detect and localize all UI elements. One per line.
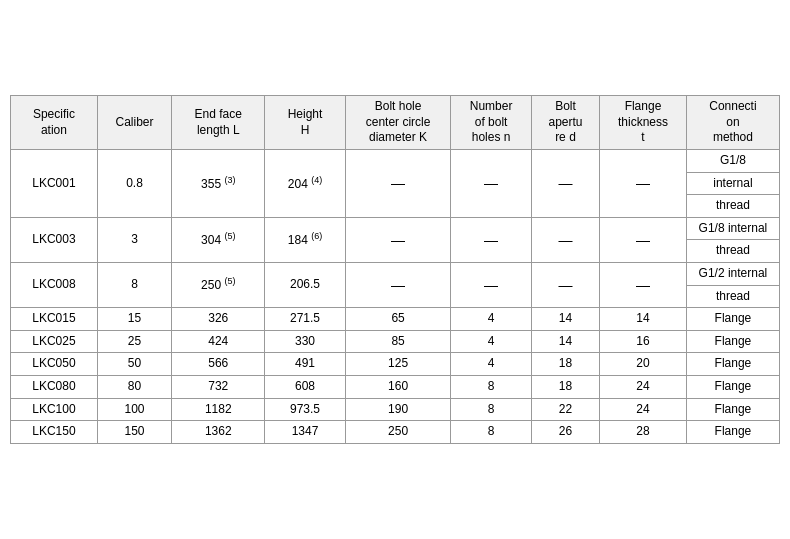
cell-height: 184 (6): [265, 217, 346, 262]
table-row: LKC001 0.8 355 (3) 204 (4) — — — — G1/8: [11, 150, 780, 173]
cell-boltapt: 18: [531, 353, 599, 376]
cell-flange: 28: [600, 421, 687, 444]
cell-height: 206.5: [265, 263, 346, 308]
cell-endface: 250 (5): [172, 263, 265, 308]
cell-height: 1347: [265, 421, 346, 444]
cell-endface: 566: [172, 353, 265, 376]
cell-caliber: 8: [97, 263, 171, 308]
cell-bolthole: 85: [345, 330, 450, 353]
cell-caliber: 25: [97, 330, 171, 353]
cell-flange: —: [600, 263, 687, 308]
cell-conn: Flange: [686, 308, 779, 331]
cell-conn: G1/2 internal: [686, 263, 779, 286]
cell-height: 491: [265, 353, 346, 376]
cell-conn: Flange: [686, 398, 779, 421]
cell-height: 204 (4): [265, 150, 346, 218]
cell-bolthole: —: [345, 263, 450, 308]
cell-bolthole: 125: [345, 353, 450, 376]
table-row: LKC003 3 304 (5) 184 (6) — — — — G1/8 in…: [11, 217, 780, 240]
cell-endface: 1182: [172, 398, 265, 421]
cell-numbolt: 4: [451, 353, 532, 376]
cell-boltapt: 14: [531, 308, 599, 331]
header-caliber: Caliber: [97, 96, 171, 150]
cell-height: 973.5: [265, 398, 346, 421]
table-row: LKC100 100 1182 973.5 190 8 22 24 Flange: [11, 398, 780, 421]
table-body: LKC001 0.8 355 (3) 204 (4) — — — — G1/8 …: [11, 150, 780, 444]
cell-conn: Flange: [686, 375, 779, 398]
cell-numbolt: —: [451, 217, 532, 262]
header-flange: Flangethicknesst: [600, 96, 687, 150]
cell-numbolt: 8: [451, 398, 532, 421]
table-row: LKC050 50 566 491 125 4 18 20 Flange: [11, 353, 780, 376]
cell-spec: LKC001: [11, 150, 98, 218]
cell-flange: 14: [600, 308, 687, 331]
cell-boltapt: —: [531, 263, 599, 308]
header-row: Specification Caliber End facelength L H…: [11, 96, 780, 150]
cell-bolthole: 65: [345, 308, 450, 331]
cell-conn: Flange: [686, 421, 779, 444]
cell-spec: LKC015: [11, 308, 98, 331]
cell-caliber: 80: [97, 375, 171, 398]
main-table: Specification Caliber End facelength L H…: [10, 95, 780, 444]
table-row: LKC025 25 424 330 85 4 14 16 Flange: [11, 330, 780, 353]
cell-caliber: 3: [97, 217, 171, 262]
cell-spec: LKC050: [11, 353, 98, 376]
cell-conn: G1/8: [686, 150, 779, 173]
cell-spec: LKC150: [11, 421, 98, 444]
cell-numbolt: —: [451, 150, 532, 218]
table-row: LKC015 15 326 271.5 65 4 14 14 Flange: [11, 308, 780, 331]
cell-boltapt: 14: [531, 330, 599, 353]
cell-endface: 424: [172, 330, 265, 353]
cell-spec: LKC080: [11, 375, 98, 398]
cell-numbolt: 8: [451, 421, 532, 444]
table-row: LKC008 8 250 (5) 206.5 — — — — G1/2 inte…: [11, 263, 780, 286]
cell-spec: LKC025: [11, 330, 98, 353]
header-bolthole: Bolt holecenter circlediameter K: [345, 96, 450, 150]
cell-flange: —: [600, 217, 687, 262]
cell-boltapt: 22: [531, 398, 599, 421]
cell-spec: LKC003: [11, 217, 98, 262]
cell-bolthole: 190: [345, 398, 450, 421]
cell-boltapt: 18: [531, 375, 599, 398]
cell-flange: 24: [600, 375, 687, 398]
cell-conn: thread: [686, 195, 779, 218]
header-endface: End facelength L: [172, 96, 265, 150]
cell-endface: 732: [172, 375, 265, 398]
header-conn: Connectionmethod: [686, 96, 779, 150]
cell-endface: 1362: [172, 421, 265, 444]
cell-bolthole: 160: [345, 375, 450, 398]
cell-caliber: 150: [97, 421, 171, 444]
cell-conn: internal: [686, 172, 779, 195]
table-row: LKC080 80 732 608 160 8 18 24 Flange: [11, 375, 780, 398]
cell-height: 271.5: [265, 308, 346, 331]
cell-numbolt: 4: [451, 308, 532, 331]
cell-boltapt: —: [531, 150, 599, 218]
cell-conn: thread: [686, 240, 779, 263]
cell-flange: 24: [600, 398, 687, 421]
cell-caliber: 100: [97, 398, 171, 421]
cell-boltapt: —: [531, 217, 599, 262]
cell-flange: —: [600, 150, 687, 218]
cell-height: 608: [265, 375, 346, 398]
table-row: LKC150 150 1362 1347 250 8 26 28 Flange: [11, 421, 780, 444]
cell-flange: 16: [600, 330, 687, 353]
header-height: HeightH: [265, 96, 346, 150]
header-boltapt: Boltaperture d: [531, 96, 599, 150]
cell-numbolt: 8: [451, 375, 532, 398]
cell-caliber: 0.8: [97, 150, 171, 218]
cell-caliber: 15: [97, 308, 171, 331]
cell-conn: thread: [686, 285, 779, 308]
cell-bolthole: —: [345, 217, 450, 262]
cell-conn: G1/8 internal: [686, 217, 779, 240]
cell-endface: 355 (3): [172, 150, 265, 218]
cell-spec: LKC100: [11, 398, 98, 421]
cell-caliber: 50: [97, 353, 171, 376]
table-wrapper: Specification Caliber End facelength L H…: [10, 95, 780, 444]
cell-endface: 326: [172, 308, 265, 331]
cell-height: 330: [265, 330, 346, 353]
cell-flange: 20: [600, 353, 687, 376]
cell-bolthole: 250: [345, 421, 450, 444]
cell-bolthole: —: [345, 150, 450, 218]
cell-spec: LKC008: [11, 263, 98, 308]
header-spec: Specification: [11, 96, 98, 150]
